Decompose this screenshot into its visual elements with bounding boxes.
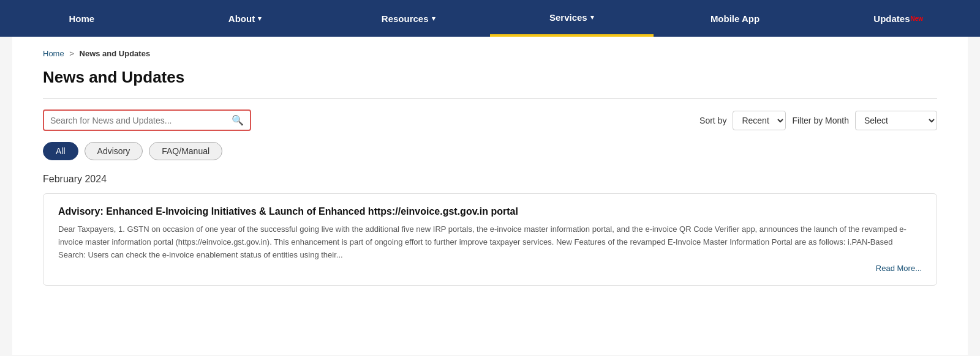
main-nav: Home About ▾ Resources ▾ Services ▾ Mobi… — [0, 0, 980, 37]
filter-buttons-group: All Advisory FAQ/Manual — [43, 142, 937, 160]
breadcrumb-separator: > — [69, 49, 74, 58]
month-filter-label: Filter by Month — [792, 116, 849, 125]
sort-label: Sort by — [699, 116, 726, 125]
search-icon[interactable]: 🔍 — [232, 114, 244, 126]
nav-home[interactable]: Home — [0, 0, 164, 37]
filter-controls: Sort by Recent Oldest Filter by Month Se… — [699, 111, 937, 130]
read-more-link[interactable]: Read More... — [58, 264, 922, 273]
breadcrumb-home-link[interactable]: Home — [43, 49, 64, 58]
about-chevron-icon: ▾ — [258, 15, 262, 23]
resources-chevron-icon: ▾ — [432, 15, 435, 23]
search-box[interactable]: 🔍 — [43, 109, 251, 131]
news-card-title: Advisory: Enhanced E-Invoicing Initiativ… — [58, 206, 922, 217]
filter-advisory-button[interactable]: Advisory — [85, 142, 143, 160]
divider — [43, 98, 937, 98]
nav-about[interactable]: About ▾ — [164, 0, 327, 37]
filter-all-button[interactable]: All — [43, 142, 78, 160]
updates-new-badge: New — [911, 15, 924, 22]
news-card: Advisory: Enhanced E-Invoicing Initiativ… — [43, 193, 937, 286]
nav-mobile-app[interactable]: Mobile App — [654, 0, 817, 37]
page-title: News and Updates — [43, 68, 937, 87]
month-select[interactable]: Select January 2024 February 2024 March … — [855, 111, 937, 130]
filter-faq-button[interactable]: FAQ/Manual — [149, 142, 222, 160]
news-card-body: Dear Taxpayers, 1. GSTN on occasion of o… — [58, 223, 922, 261]
sort-select[interactable]: Recent Oldest — [733, 111, 786, 130]
main-content: Home > News and Updates News and Updates… — [12, 37, 968, 355]
nav-resources[interactable]: Resources ▾ — [326, 0, 490, 37]
nav-services[interactable]: Services ▾ — [490, 0, 654, 37]
breadcrumb-current: News and Updates — [80, 49, 151, 58]
search-filter-row: 🔍 Sort by Recent Oldest Filter by Month … — [43, 109, 937, 131]
search-input[interactable] — [50, 116, 228, 125]
nav-updates[interactable]: UpdatesNew — [816, 0, 980, 37]
section-date-label: February 2024 — [43, 174, 937, 185]
breadcrumb: Home > News and Updates — [43, 49, 937, 58]
services-chevron-icon: ▾ — [590, 13, 594, 21]
